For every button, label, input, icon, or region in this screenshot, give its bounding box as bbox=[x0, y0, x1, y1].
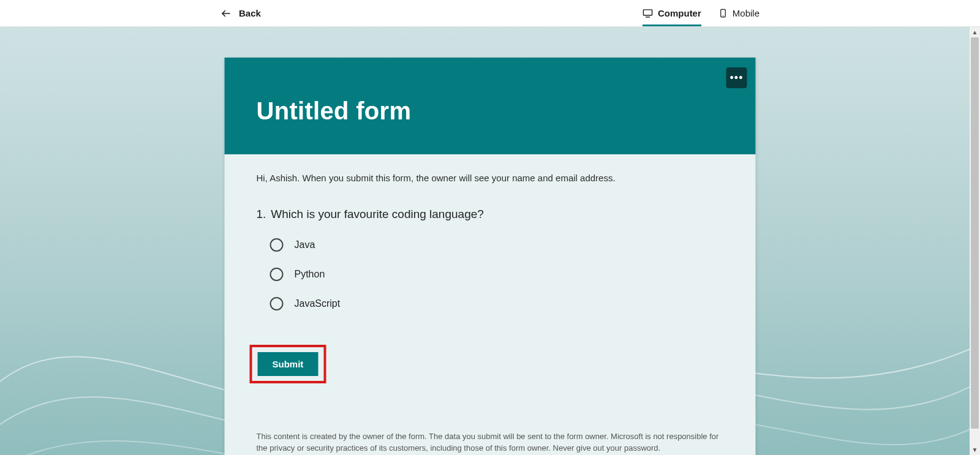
question-number: 1. bbox=[257, 208, 266, 221]
back-label: Back bbox=[239, 8, 261, 18]
scroll-up-icon: ▲ bbox=[970, 27, 980, 37]
submit-highlight: Submit bbox=[250, 345, 326, 383]
scroll-down-icon: ▼ bbox=[970, 445, 980, 455]
option-label: Python bbox=[295, 269, 325, 280]
question-text: Which is your favourite coding language? bbox=[271, 208, 483, 221]
form-card: ••• Untitled form Hi, Ashish. When you s… bbox=[225, 58, 756, 455]
option-javascript[interactable]: JavaScript bbox=[270, 297, 724, 310]
monitor-icon bbox=[643, 8, 653, 18]
form-title: Untitled form bbox=[257, 97, 724, 125]
more-options-button[interactable]: ••• bbox=[726, 67, 747, 88]
question-1: 1. Which is your favourite coding langua… bbox=[257, 208, 724, 221]
smartphone-icon bbox=[718, 9, 728, 18]
radio-icon bbox=[270, 297, 284, 310]
arrow-left-icon bbox=[221, 8, 232, 19]
option-label: JavaScript bbox=[295, 298, 341, 309]
view-tabs: Computer Mobile bbox=[643, 0, 760, 26]
tab-computer-label: Computer bbox=[658, 8, 701, 18]
radio-icon bbox=[270, 238, 284, 252]
disclaimer-text: This content is created by the owner of … bbox=[257, 431, 724, 454]
svg-rect-1 bbox=[643, 10, 652, 15]
form-header: ••• Untitled form bbox=[225, 58, 756, 154]
greeting-text: Hi, Ashish. When you submit this form, t… bbox=[257, 173, 724, 183]
back-button[interactable]: Back bbox=[221, 8, 261, 19]
tab-mobile-label: Mobile bbox=[733, 8, 760, 18]
option-label: Java bbox=[295, 239, 315, 250]
preview-stage: ••• Untitled form Hi, Ashish. When you s… bbox=[0, 27, 980, 455]
scrollbar-thumb[interactable] bbox=[971, 37, 979, 429]
option-java[interactable]: Java bbox=[270, 238, 724, 252]
tab-mobile[interactable]: Mobile bbox=[718, 0, 760, 26]
option-python[interactable]: Python bbox=[270, 268, 724, 281]
top-bar: Back Computer Mobile bbox=[0, 0, 980, 27]
form-body: Hi, Ashish. When you submit this form, t… bbox=[225, 154, 756, 455]
tab-computer[interactable]: Computer bbox=[643, 0, 701, 26]
ellipsis-icon: ••• bbox=[730, 72, 744, 83]
options-group: Java Python JavaScript bbox=[270, 238, 724, 310]
submit-button[interactable]: Submit bbox=[258, 352, 318, 376]
radio-icon bbox=[270, 268, 284, 281]
vertical-scrollbar[interactable]: ▲ ▼ bbox=[970, 27, 980, 455]
